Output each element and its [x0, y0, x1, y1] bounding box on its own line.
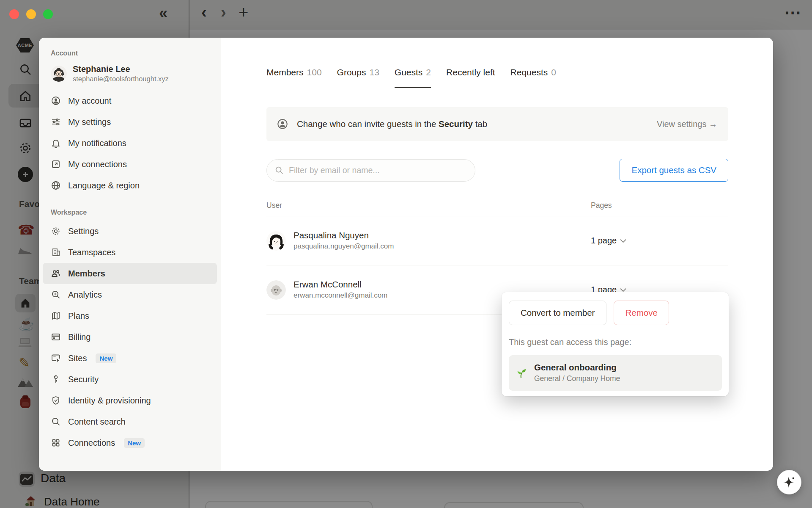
guest-access-caption: This guest can access this page:: [509, 337, 722, 347]
sidebar-item-label: My notifications: [68, 138, 126, 148]
sidebar-item-label: Security: [68, 375, 99, 384]
sidebar-item-label: My connections: [68, 160, 127, 169]
tab-count: 100: [307, 67, 322, 77]
settings-modal: Account Stephanie Lee stephanie@toolsfor…: [39, 38, 773, 471]
zoom-window-button[interactable]: [43, 9, 53, 19]
search-icon: [274, 166, 284, 175]
gear-icon: [51, 226, 61, 236]
page-title: General onboarding: [534, 362, 620, 373]
sidebar-item-my-account[interactable]: My account: [43, 90, 217, 111]
minimize-window-button[interactable]: [26, 9, 36, 19]
convert-to-member-button[interactable]: Convert to member: [509, 301, 606, 325]
sidebar-item-label: Plans: [68, 311, 89, 321]
account-section-label: Account: [43, 50, 217, 57]
tab-label: Members: [266, 67, 304, 77]
sparkle-icon: [783, 476, 796, 489]
sidebar-item-label: Language & region: [68, 181, 140, 190]
ai-assistant-button[interactable]: [777, 470, 801, 494]
map-icon: [51, 311, 61, 321]
sidebar-item-members[interactable]: Members: [43, 263, 217, 284]
person-circle-icon: [277, 118, 288, 130]
arrow-right-icon: →: [709, 119, 717, 129]
sidebar-item-sites[interactable]: Sites New: [43, 348, 217, 369]
tab-count: 13: [369, 67, 379, 77]
tab-guests[interactable]: Guests 2: [395, 67, 431, 88]
bell-icon: [51, 138, 61, 148]
people-icon: [51, 268, 61, 279]
shield-check-icon: [51, 395, 61, 406]
sidebar-item-label: Members: [68, 269, 105, 279]
chevron-down-icon: [620, 239, 626, 243]
filter-row: Export guests as CSV: [266, 159, 728, 182]
accessible-page-item[interactable]: General onboarding General / Company Hom…: [509, 355, 722, 391]
sidebar-item-label: Analytics: [68, 290, 102, 300]
tab-groups[interactable]: Groups 13: [337, 67, 379, 88]
sidebar-item-label: Connections: [68, 438, 115, 448]
column-pages: Pages: [591, 201, 612, 210]
key-icon: [51, 374, 61, 384]
sidebar-item-billing[interactable]: Billing: [43, 326, 217, 348]
sidebar-item-label: Identity & provisioning: [68, 396, 151, 406]
sidebar-item-teamspaces[interactable]: Teamspaces: [43, 242, 217, 263]
sidebar-item-label: Teamspaces: [68, 248, 115, 257]
sidebar-item-content-search[interactable]: Content search: [43, 411, 217, 432]
sidebar-item-settings[interactable]: Settings: [43, 221, 217, 242]
sidebar-item-identity-provisioning[interactable]: Identity & provisioning: [43, 390, 217, 411]
guest-invite-banner: Change who can invite guests in the Secu…: [266, 107, 728, 141]
tab-count: 0: [551, 67, 556, 77]
sidebar-item-label: My account: [68, 96, 111, 106]
magnifier-icon: [51, 417, 61, 427]
sidebar-item-security[interactable]: Security: [43, 369, 217, 390]
tab-label: Requests: [510, 67, 548, 77]
sidebar-item-plans[interactable]: Plans: [43, 305, 217, 326]
members-settings-panel: Members 100 Groups 13 Guests 2 Recently …: [221, 38, 773, 471]
user-email: stephanie@toolsforthought.xyz: [73, 75, 169, 83]
guest-email: pasqualina.nguyen@gmail.com: [294, 241, 394, 251]
tab-requests[interactable]: Requests 0: [510, 67, 556, 88]
avatar: [266, 231, 286, 251]
avatar: [266, 280, 286, 300]
sidebar-item-label: Settings: [68, 226, 99, 236]
tab-label: Recently left: [446, 67, 495, 77]
guest-filter-input[interactable]: [289, 166, 467, 175]
guest-pages-dropdown[interactable]: 1 page: [591, 236, 626, 246]
globe-icon: [51, 180, 61, 190]
person-circle-icon: [51, 96, 61, 106]
tab-label: Guests: [395, 67, 423, 77]
building-icon: [51, 247, 61, 257]
sidebar-item-my-notifications[interactable]: My notifications: [43, 133, 217, 154]
guest-actions-popover: Convert to member Remove This guest can …: [502, 292, 729, 396]
new-badge: New: [96, 353, 116, 363]
remove-guest-button[interactable]: Remove: [614, 301, 669, 325]
workspace-section-label: Workspace: [43, 209, 217, 216]
banner-text: Change who can invite guests in the Secu…: [297, 119, 648, 129]
sidebar-item-my-connections[interactable]: My connections: [43, 154, 217, 175]
guest-filter-box[interactable]: [266, 159, 475, 182]
sidebar-item-connections[interactable]: Connections New: [43, 432, 217, 453]
current-user[interactable]: Stephanie Lee stephanie@toolsforthought.…: [43, 60, 217, 85]
column-user: User: [266, 201, 282, 210]
sidebar-item-label: My settings: [68, 117, 111, 127]
close-window-button[interactable]: [9, 9, 19, 19]
sidebar-item-label: Sites: [68, 353, 87, 363]
chevron-down-icon: [620, 288, 626, 292]
guest-row-pasqualina[interactable]: Pasqualina Nguyen pasqualina.nguyen@gmai…: [266, 216, 728, 265]
sidebar-item-language-region[interactable]: Language & region: [43, 175, 217, 196]
sidebar-item-analytics[interactable]: Analytics: [43, 284, 217, 305]
magnifier-sparkle-icon: [51, 290, 61, 300]
members-tabs: Members 100 Groups 13 Guests 2 Recently …: [266, 67, 728, 90]
new-badge: New: [124, 438, 145, 448]
tab-recently-left[interactable]: Recently left: [446, 67, 495, 88]
user-name: Stephanie Lee: [73, 64, 169, 75]
guest-email: erwan.mcconnell@gmail.com: [294, 290, 387, 301]
settings-sidebar: Account Stephanie Lee stephanie@toolsfor…: [39, 38, 221, 471]
sidebar-item-my-settings[interactable]: My settings: [43, 111, 217, 133]
tab-count: 2: [426, 67, 431, 77]
grid-icon: [51, 438, 61, 448]
export-guests-csv-button[interactable]: Export guests as CSV: [620, 159, 728, 182]
avatar: [51, 66, 67, 82]
sidebar-item-label: Content search: [68, 417, 126, 427]
tab-members[interactable]: Members 100: [266, 67, 322, 88]
view-settings-link[interactable]: View settings →: [657, 119, 717, 129]
tab-label: Groups: [337, 67, 366, 77]
